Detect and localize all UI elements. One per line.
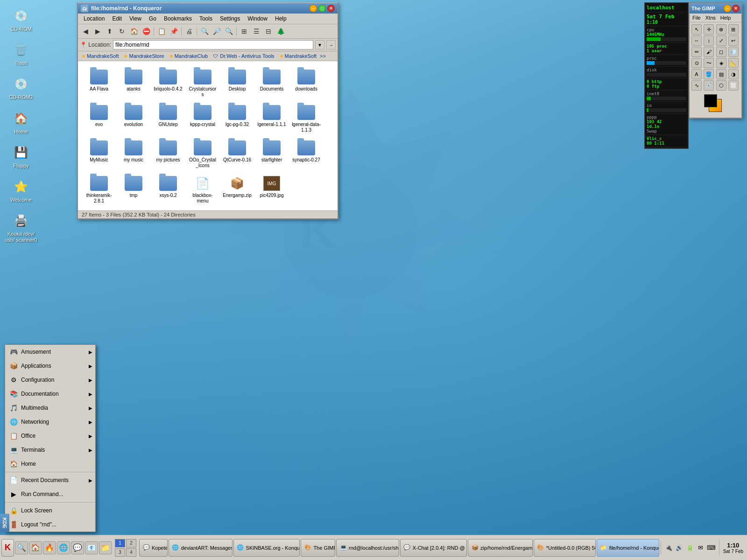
file-item-gnustep[interactable]: GNUstep	[152, 101, 184, 135]
gimp-tool-zoom[interactable]: ⊕	[716, 24, 726, 35]
bookmark-mandrakesoft1[interactable]: ★ MandrakeSoft	[80, 53, 120, 60]
file-item-evolution[interactable]: evolution	[117, 101, 150, 135]
file-item-atanks[interactable]: atanks	[117, 66, 150, 99]
file-item-my-music[interactable]: my music	[117, 137, 150, 170]
menu-item-home[interactable]: 🏠 Home	[5, 457, 95, 471]
location-open[interactable]: →	[326, 40, 336, 49]
desktop-icon-kooka[interactable]: 🖨️ Kooka /dev/ usb/ scanner0	[2, 210, 40, 245]
task-gimp[interactable]: 🎨 The GIMP	[301, 539, 335, 557]
taskbar-shortcut-4[interactable]: 🌐	[57, 541, 70, 554]
file-item-thinkeramik-2-8-1[interactable]: thinkeramik-2.8.1	[83, 172, 115, 206]
file-item-briquolo-0-4-2[interactable]: briquolo-0.4.2	[152, 66, 184, 99]
systray-kbd[interactable]: ⌨	[707, 543, 716, 553]
menu-item-office[interactable]: 📋 Office ▶	[5, 429, 95, 443]
pager-btn-2[interactable]: 2	[126, 539, 136, 547]
gimp-tool-path[interactable]: ⬡	[716, 80, 726, 91]
gimp-menu-help[interactable]: Help	[719, 14, 733, 21]
taskbar-shortcut-5[interactable]: 💬	[71, 541, 84, 554]
file-item-blackbox-menu[interactable]: 📄 blackbox-menu	[186, 172, 219, 206]
task-xchat[interactable]: 💬 X-Chat [2.0.4]: RND @ U...	[400, 539, 467, 557]
menu-item-recent[interactable]: 📄 Recent Documents ▶	[5, 473, 95, 487]
close-button[interactable]: ✕	[327, 5, 335, 12]
task-skinbase[interactable]: 🌐 SKINBASE.org - Konquero	[233, 539, 300, 557]
desktop-icon-cdrom[interactable]: 💿 CD-ROM	[2, 5, 40, 34]
taskbar-shortcut-2[interactable]: 🏠	[29, 541, 42, 554]
file-item-energamp-zip[interactable]: 📦 Energamp.zip	[221, 172, 254, 206]
file-item-xsys-0-2[interactable]: xsys-0.2	[152, 172, 184, 206]
file-item-qtcurve-0-16[interactable]: QtCurve-0.16	[221, 137, 254, 170]
file-item-lgeneral-1-1-1[interactable]: lgeneral-1.1.1	[255, 101, 288, 135]
toolbar-zoom-in[interactable]: 🔎	[211, 26, 222, 37]
gimp-tool-sharpen[interactable]: ◈	[716, 58, 726, 68]
location-input[interactable]	[113, 40, 313, 49]
gimp-tool-measure[interactable]: 📐	[728, 58, 739, 68]
gimp-tool-curves[interactable]: ∿	[691, 80, 702, 91]
menu-item-multimedia[interactable]: 🎵 Multimedia ▶	[5, 401, 95, 415]
gimp-tool-colorpick[interactable]: 💉	[704, 80, 714, 91]
systray-network[interactable]: 🔌	[664, 543, 673, 553]
file-item-lgeneral-data-1-1-3[interactable]: lgeneral-data-1.1.3	[290, 101, 323, 135]
menu-help[interactable]: Help	[271, 14, 290, 23]
menu-item-configuration[interactable]: ⚙ Configuration ▶	[5, 373, 95, 387]
gimp-minimize[interactable]: ─	[724, 5, 731, 12]
pager-btn-3[interactable]: 3	[115, 548, 125, 557]
gimp-tool-shear[interactable]: ⤢	[716, 35, 726, 46]
task-untitled[interactable]: 🎨 *Untitled-0.0 (RGB) 50%	[534, 539, 596, 557]
file-item-kppp-crystal[interactable]: kppp-crystal	[186, 101, 219, 135]
file-item-tmp[interactable]: tmp	[117, 172, 150, 206]
gimp-tool-scale[interactable]: ↕	[704, 35, 714, 46]
gimp-tool-gradient[interactable]: ▤	[716, 69, 726, 79]
menu-go[interactable]: Go	[145, 14, 160, 23]
systray-battery[interactable]: 🔋	[685, 543, 695, 553]
toolbar-back[interactable]: ◀	[80, 26, 91, 37]
menu-edit[interactable]: Edit	[108, 14, 126, 23]
menu-window[interactable]: Window	[244, 14, 271, 23]
file-item-aa-flava[interactable]: AA Flava	[83, 66, 115, 99]
toolbar-home[interactable]: 🏠	[128, 26, 140, 37]
gimp-fg-color[interactable]	[704, 94, 717, 107]
gimp-tool-dodge[interactable]: ◑	[728, 69, 739, 79]
gimp-tool-rotate[interactable]: ↔	[691, 35, 702, 46]
file-item-my-pictures[interactable]: my pictures	[152, 137, 184, 170]
toolbar-view-tree[interactable]: 🌲	[275, 26, 286, 37]
toolbar-stop[interactable]: ⛔	[141, 26, 152, 37]
file-item-evo[interactable]: evo	[83, 101, 115, 135]
toolbar-print[interactable]: 🖨	[183, 26, 195, 37]
pager-btn-4[interactable]: 4	[126, 548, 136, 557]
taskbar-shortcut-6[interactable]: 📧	[85, 541, 98, 554]
menu-tools[interactable]: Tools	[196, 14, 216, 23]
gimp-tool-clone[interactable]: ⊙	[691, 58, 702, 68]
task-zip[interactable]: 📦 zip/home/rnd/Energamp...	[468, 539, 533, 557]
systray-volume[interactable]: 🔊	[675, 543, 684, 553]
start-button[interactable]: K	[1, 539, 14, 557]
desktop-icon-trash[interactable]: 🗑️ Trash	[2, 39, 40, 68]
taskbar-shortcut-3[interactable]: 🔥	[43, 541, 56, 554]
task-konqueror[interactable]: 📁 file/home/rnd - Konquero	[597, 539, 659, 557]
gimp-tool-airbrush[interactable]: 💨	[728, 47, 739, 57]
bookmark-mandrakesoft2[interactable]: ★ MandrakeSoft	[278, 53, 318, 60]
file-item-crystalcursors[interactable]: Crystalcursors	[186, 66, 219, 99]
toolbar-copy[interactable]: 📋	[156, 26, 167, 37]
menu-item-amusement[interactable]: 🎮 Amusement ▶	[5, 345, 95, 359]
gimp-menu-xtns[interactable]: Xtns	[704, 14, 718, 21]
gimp-tool-rect-select[interactable]: ⬜	[728, 80, 739, 91]
toolbar-view-detail[interactable]: ⊟	[263, 26, 274, 37]
toolbar-forward[interactable]: ▶	[92, 26, 103, 37]
gimp-tool-smudge[interactable]: 〜	[704, 58, 714, 68]
location-go[interactable]: ▼	[315, 40, 324, 49]
gimp-tool-flip[interactable]: ↩	[728, 35, 739, 46]
bookmark-mandrakeclub[interactable]: ★ MandrakeClub	[168, 53, 210, 60]
menu-item-terminals[interactable]: 💻 Terminals ▶	[5, 443, 95, 457]
file-item-desktop[interactable]: Desktop	[221, 66, 254, 99]
menu-location[interactable]: Location	[80, 14, 108, 23]
toolbar-paste[interactable]: 📌	[168, 26, 179, 37]
toolbar-view-list[interactable]: ☰	[251, 26, 262, 37]
menu-item-run[interactable]: ▶ Run Command...	[5, 487, 95, 501]
file-item-synaptic-0-27[interactable]: synaptic-0.27	[290, 137, 323, 170]
desktop-icon-welcome[interactable]: ⭐ Welcome	[2, 175, 40, 205]
toolbar-zoom-out[interactable]: 🔍	[223, 26, 234, 37]
file-item-mymusic[interactable]: MyMusic	[83, 137, 115, 170]
toolbar-up[interactable]: ⬆	[104, 26, 115, 37]
bookmarks-more[interactable]: >>	[320, 53, 326, 59]
bookmark-mandrakestore[interactable]: ★ MandrakeStore	[122, 53, 165, 60]
